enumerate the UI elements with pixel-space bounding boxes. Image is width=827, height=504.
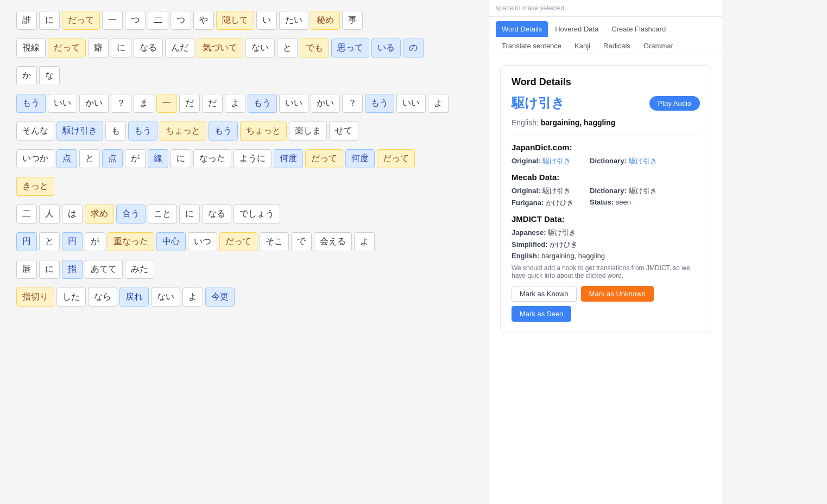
token[interactable]: よ bbox=[182, 288, 203, 307]
token[interactable]: や bbox=[193, 11, 214, 30]
token[interactable]: 求め bbox=[85, 205, 114, 224]
token[interactable]: いい bbox=[48, 94, 77, 113]
token[interactable]: 今更 bbox=[205, 288, 235, 307]
token[interactable]: 思って bbox=[331, 39, 369, 58]
tab-translate-sentence[interactable]: Translate sentence bbox=[496, 38, 567, 54]
token[interactable]: 二 bbox=[16, 205, 37, 224]
token[interactable]: 会える bbox=[314, 232, 352, 251]
token[interactable]: なる bbox=[134, 39, 163, 58]
token[interactable]: あてて bbox=[85, 260, 123, 279]
token[interactable]: いつか bbox=[16, 149, 54, 168]
token[interactable]: もう bbox=[248, 94, 277, 113]
token[interactable]: 中心 bbox=[156, 232, 186, 251]
token[interactable]: 点 bbox=[56, 149, 77, 168]
token[interactable]: かい bbox=[79, 94, 109, 113]
token[interactable]: つ bbox=[125, 11, 146, 30]
token[interactable]: 円 bbox=[62, 232, 83, 251]
token[interactable]: い bbox=[256, 11, 277, 30]
token[interactable]: 癖 bbox=[88, 39, 109, 58]
token[interactable]: ちょっと bbox=[160, 122, 206, 141]
token[interactable]: 秘め bbox=[311, 11, 340, 30]
token[interactable]: 何度 bbox=[345, 149, 375, 168]
token[interactable]: いつ bbox=[188, 232, 217, 251]
token[interactable]: もう bbox=[16, 94, 46, 113]
token[interactable]: いる bbox=[371, 39, 401, 58]
token[interactable]: が bbox=[125, 149, 146, 168]
token[interactable]: だって bbox=[48, 39, 86, 58]
token[interactable]: だって bbox=[305, 149, 343, 168]
token[interactable]: な bbox=[39, 66, 60, 85]
token[interactable]: だって bbox=[219, 232, 257, 251]
token[interactable]: と bbox=[79, 149, 100, 168]
token[interactable]: ？ bbox=[342, 94, 363, 113]
token[interactable]: 円 bbox=[16, 232, 37, 251]
tab-word-details[interactable]: Word Details bbox=[496, 21, 548, 37]
token[interactable]: した bbox=[56, 288, 86, 307]
tab-hovered-data[interactable]: Hovered Data bbox=[549, 21, 604, 37]
token[interactable]: 線 bbox=[148, 149, 168, 168]
play-audio-button[interactable]: Play Audio bbox=[649, 96, 700, 111]
token[interactable]: と bbox=[277, 39, 298, 58]
token[interactable]: ？ bbox=[111, 94, 131, 113]
token[interactable]: 指 bbox=[62, 260, 83, 279]
token[interactable]: だって bbox=[377, 149, 415, 168]
token[interactable]: に bbox=[39, 11, 60, 30]
token[interactable]: 戻れ bbox=[119, 288, 149, 307]
token[interactable]: たい bbox=[279, 11, 308, 30]
token[interactable]: もう bbox=[209, 122, 238, 141]
token[interactable]: 隠して bbox=[216, 11, 254, 30]
token[interactable]: んだ bbox=[165, 39, 194, 58]
token[interactable]: でも bbox=[300, 39, 329, 58]
token[interactable]: 何度 bbox=[274, 149, 303, 168]
token[interactable]: に bbox=[111, 39, 131, 58]
token[interactable]: だって bbox=[62, 11, 100, 30]
token[interactable]: よ bbox=[354, 232, 375, 251]
tab-radicals[interactable]: Radicals bbox=[597, 38, 636, 54]
token[interactable]: よ bbox=[428, 94, 449, 113]
token[interactable]: は bbox=[62, 205, 83, 224]
tab-grammar[interactable]: Grammar bbox=[637, 38, 679, 54]
token[interactable]: いい bbox=[279, 94, 308, 113]
token[interactable]: だ bbox=[179, 94, 200, 113]
token[interactable]: もう bbox=[128, 122, 157, 141]
token[interactable]: に bbox=[179, 205, 200, 224]
token[interactable]: なった bbox=[193, 149, 231, 168]
token[interactable]: ように bbox=[233, 149, 272, 168]
token[interactable]: ない bbox=[245, 39, 275, 58]
token[interactable]: でしょう bbox=[233, 205, 280, 224]
token[interactable]: 唇 bbox=[16, 260, 37, 279]
tab-kanji[interactable]: Kanji bbox=[569, 38, 596, 54]
token[interactable]: 一 bbox=[156, 94, 177, 113]
mark-unknown-button[interactable]: Mark as Unknown bbox=[581, 286, 654, 302]
token[interactable]: いい bbox=[396, 94, 426, 113]
token[interactable]: で bbox=[291, 232, 312, 251]
token[interactable]: かい bbox=[311, 94, 340, 113]
token[interactable]: も bbox=[105, 122, 126, 141]
token[interactable]: か bbox=[16, 66, 37, 85]
token[interactable]: つ bbox=[171, 11, 191, 30]
token[interactable]: 事 bbox=[342, 11, 363, 30]
token[interactable]: ない bbox=[151, 288, 180, 307]
token[interactable]: 駆け引き bbox=[56, 122, 103, 141]
token[interactable]: 指切り bbox=[16, 288, 54, 307]
original-link[interactable]: 駆け引き bbox=[542, 157, 571, 165]
token[interactable]: みた bbox=[125, 260, 154, 279]
token[interactable]: だ bbox=[202, 94, 223, 113]
token[interactable]: なら bbox=[88, 288, 117, 307]
token[interactable]: 人 bbox=[39, 205, 60, 224]
dictionary-link[interactable]: 駆け引き bbox=[629, 157, 657, 165]
token[interactable]: 一 bbox=[102, 11, 123, 30]
token[interactable]: と bbox=[39, 232, 60, 251]
token[interactable]: 視線 bbox=[16, 39, 46, 58]
token[interactable]: 誰 bbox=[16, 11, 37, 30]
token[interactable]: せて bbox=[329, 122, 358, 141]
token[interactable]: 重なった bbox=[108, 232, 154, 251]
token[interactable]: よ bbox=[225, 94, 245, 113]
token[interactable]: こと bbox=[148, 205, 177, 224]
token[interactable]: そんな bbox=[16, 122, 54, 141]
token[interactable]: もう bbox=[365, 94, 394, 113]
token[interactable]: ちょっと bbox=[240, 122, 287, 141]
token[interactable]: 気づいて bbox=[197, 39, 243, 58]
token[interactable]: に bbox=[171, 149, 191, 168]
token[interactable]: 楽しま bbox=[289, 122, 327, 141]
